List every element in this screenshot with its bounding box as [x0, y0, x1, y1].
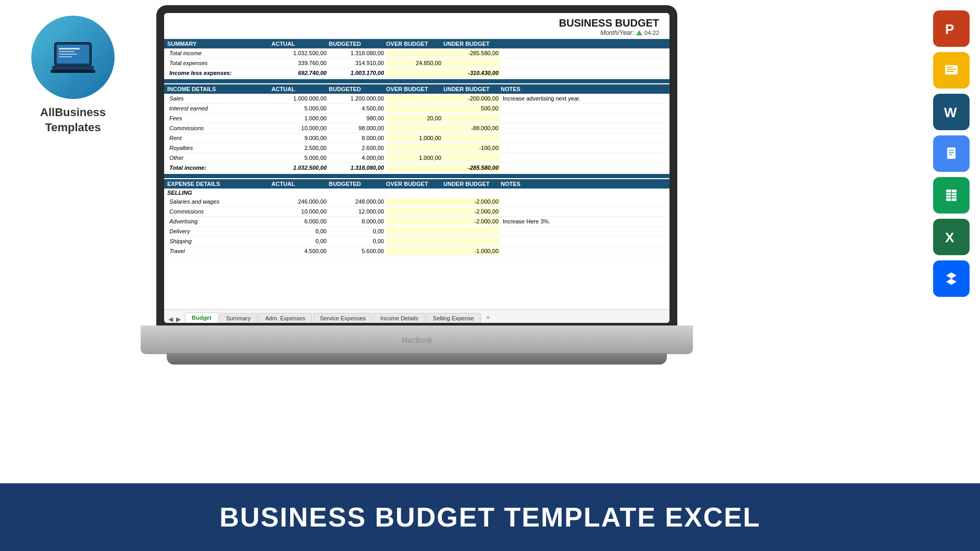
month-year-row: Month/Year: 04-22	[559, 29, 659, 36]
tab-selling-expense[interactable]: Selling Expense	[426, 313, 481, 323]
summary-col-over: OVER BUDGET	[386, 41, 443, 47]
tab-next-icon[interactable]: ▶	[175, 316, 182, 323]
logo-circle	[31, 16, 115, 99]
summary-header-row: SUMMARY ACTUAL BUDGETED OVER BUDGET UNDE…	[164, 39, 669, 48]
brand-name: AllBusiness Templates	[40, 105, 106, 135]
income-label: INCOME DETAILS	[167, 86, 271, 92]
expense-row-delivery: Delivery 0,00 0,00	[164, 227, 669, 236]
svg-rect-19	[949, 150, 954, 151]
expense-col-actual: ACTUAL	[271, 181, 329, 187]
macbook-foot	[167, 353, 667, 365]
summary-row2-under	[443, 59, 501, 67]
svg-rect-13	[947, 69, 956, 70]
powerpoint-icon[interactable]: P	[933, 10, 970, 47]
green-arrow-icon	[636, 30, 642, 35]
income-row-sales: Sales 1.000.000,00 1.200.000,00 -200.000…	[164, 94, 669, 104]
date-value: 04-22	[644, 30, 659, 36]
summary-row3-under: -310.430,00	[443, 69, 501, 77]
income-col-notes: NOTES	[501, 86, 605, 92]
header-title-block: BUSINESS BUDGET Month/Year: 04-22	[559, 17, 659, 36]
add-sheet-button[interactable]: +	[482, 311, 494, 323]
tab-adm-expenses[interactable]: Adm. Expenses	[258, 313, 312, 323]
svg-rect-4	[59, 54, 77, 55]
summary-row1-label: Total income	[167, 49, 271, 57]
month-year-label: Month/Year:	[600, 29, 634, 36]
expense-row-travel: Travel 4.500,00 5.600,00 -1.000,00	[164, 246, 669, 256]
svg-rect-21	[949, 154, 952, 155]
summary-row2-actual: 339.760,00	[271, 59, 329, 67]
summary-row1-budgeted: 1.318.080,00	[329, 49, 386, 57]
tab-summary[interactable]: Summary	[219, 313, 257, 323]
expense-col-budgeted: BUDGETED	[329, 181, 386, 187]
spreadsheet-title: BUSINESS BUDGET	[559, 17, 659, 29]
expense-row-shipping: Shipping 0,00 0,00	[164, 236, 669, 246]
summary-row3-actual: 692.740,00	[271, 69, 329, 77]
expense-row-advertising: Advertising 6.000,00 8.000,00 -2.000,00 …	[164, 217, 669, 227]
svg-rect-20	[949, 152, 954, 153]
macbook-container: BUSINESS BUDGET Month/Year: 04-22 SUMMAR…	[141, 5, 693, 370]
summary-row2-label: Total expenses	[167, 59, 271, 67]
summary-col-budgeted: BUDGETED	[329, 41, 386, 47]
svg-rect-3	[59, 51, 75, 52]
selling-header: SELLING	[164, 189, 669, 197]
income-row-fees: Fees 1.000,00 980,00 20,00	[164, 114, 669, 123]
svg-text:X: X	[945, 230, 954, 245]
income-row-total: Total income: 1.032.500,00 1.318.080,00 …	[164, 163, 669, 173]
google-sheets-icon[interactable]	[933, 177, 970, 214]
summary-row2-over: 24.850,00	[386, 59, 443, 67]
excel-icon[interactable]: X	[933, 219, 970, 255]
svg-rect-14	[947, 71, 954, 72]
expense-label: EXPENSE DETAILS	[167, 181, 271, 187]
summary-label: SUMMARY	[167, 41, 271, 47]
income-row-commissions: Commissions 10.000,00 98.000,00 -88.000,…	[164, 123, 669, 133]
income-row-interest: Interest earned 5.000,00 4.500,00 500,00	[164, 104, 669, 114]
summary-row3-budgeted: 1.003.170,00	[329, 69, 386, 77]
income-row-other: Other 5.000,00 4.000,00 1.000,00	[164, 153, 669, 163]
income-row-royalties: Royalties 2.500,00 2.600,00 -100,00	[164, 143, 669, 153]
summary-row2-budgeted: 314.910,00	[329, 59, 386, 67]
summary-row3-over	[386, 69, 443, 77]
google-docs-icon[interactable]	[933, 135, 970, 172]
left-logo-area: AllBusiness Templates	[16, 16, 130, 135]
section-divider-1	[164, 79, 669, 83]
sheet-tabs: ◀ ▶ Budget Summary Adm. Expenses Service…	[164, 309, 669, 323]
bottom-banner: BUSINESS BUDGET TEMPLATE EXCEL	[0, 483, 980, 551]
expense-header-row: EXPENSE DETAILS ACTUAL BUDGETED OVER BUD…	[164, 179, 669, 189]
svg-rect-5	[59, 56, 72, 57]
income-col-under: UNDER BUDGET	[443, 86, 501, 92]
svg-rect-6	[52, 66, 94, 70]
svg-rect-7	[51, 70, 95, 73]
income-col-over: OVER BUDGET	[386, 86, 443, 92]
summary-col-under: UNDER BUDGET	[443, 41, 501, 47]
summary-row1-actual: 1.032.500,00	[271, 49, 329, 57]
right-app-icons: P W	[933, 10, 970, 297]
tab-nav-arrows[interactable]: ◀ ▶	[167, 316, 182, 323]
income-row-rent: Rent 9.000,00 8.000,00 1.000,00	[164, 133, 669, 143]
tab-prev-icon[interactable]: ◀	[167, 316, 174, 323]
tab-service-expenses[interactable]: Service Expenses	[313, 313, 373, 323]
section-divider-2	[164, 174, 669, 178]
income-header-row: INCOME DETAILS ACTUAL BUDGETED OVER BUDG…	[164, 84, 669, 94]
dropbox-icon[interactable]	[933, 260, 970, 297]
svg-text:W: W	[944, 105, 957, 120]
word-icon[interactable]: W	[933, 94, 970, 130]
summary-row-2: Total expenses 339.760,00 314.910,00 24.…	[164, 58, 669, 68]
summary-row-3: Income less expenses: 692.740,00 1.003.1…	[164, 68, 669, 78]
svg-rect-2	[59, 48, 80, 49]
banner-text: BUSINESS BUDGET TEMPLATE EXCEL	[219, 502, 760, 533]
laptop-icon	[49, 41, 96, 74]
google-slides-icon[interactable]	[933, 52, 970, 89]
tab-budget[interactable]: Budget	[185, 312, 218, 323]
income-col-budgeted: BUDGETED	[329, 86, 386, 92]
macbook-base	[141, 325, 693, 354]
expense-col-over: OVER BUDGET	[386, 181, 443, 187]
tab-income-details[interactable]: Income Details	[374, 313, 425, 323]
summary-row-1: Total income 1.032.500,00 1.318.080,00 -…	[164, 48, 669, 58]
sheet-header: BUSINESS BUDGET Month/Year: 04-22	[164, 13, 669, 39]
expense-col-notes: NOTES	[501, 181, 605, 187]
spreadsheet: BUSINESS BUDGET Month/Year: 04-22 SUMMAR…	[164, 13, 669, 323]
screen-content: BUSINESS BUDGET Month/Year: 04-22 SUMMAR…	[164, 13, 669, 323]
screen-bezel: BUSINESS BUDGET Month/Year: 04-22 SUMMAR…	[156, 5, 677, 328]
summary-col-actual: ACTUAL	[271, 41, 329, 47]
macbook-frame: BUSINESS BUDGET Month/Year: 04-22 SUMMAR…	[141, 5, 693, 370]
